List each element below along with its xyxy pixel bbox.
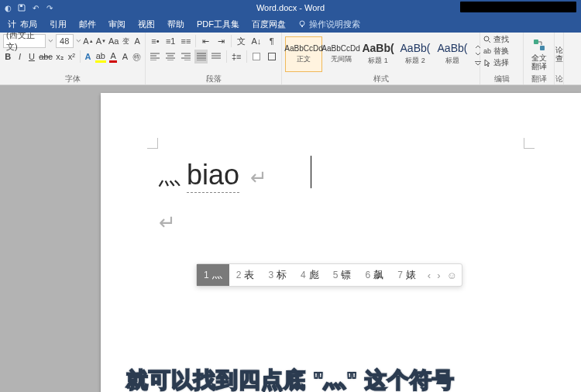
grow-font-icon[interactable]: A▲ bbox=[83, 34, 93, 48]
word-window: ◐ ↶ ↷ Word.docx - Word 计 布局 引用 邮件 审阅 视图 … bbox=[0, 0, 581, 392]
underline-button[interactable]: U bbox=[27, 50, 36, 64]
translate-button[interactable]: 全文 翻译 bbox=[527, 34, 552, 74]
tab-baidu[interactable]: 百度网盘 bbox=[246, 15, 292, 33]
ime-prev-icon[interactable]: ‹ bbox=[428, 270, 431, 281]
ime-candidate-7[interactable]: 7婊 bbox=[390, 264, 423, 286]
translate-group-label: 翻译 bbox=[527, 74, 551, 84]
styles-group-label: 样式 bbox=[285, 74, 476, 84]
svg-point-1 bbox=[300, 21, 304, 26]
find-button[interactable]: 查找 bbox=[483, 34, 520, 45]
tab-help[interactable]: 帮助 bbox=[161, 15, 191, 33]
align-center-icon[interactable] bbox=[164, 50, 177, 64]
font-group: (西文正文) 48 A▲ A▼ Aa 变 A B I U abc x₂ x² bbox=[0, 33, 146, 84]
char-border-icon[interactable]: A bbox=[132, 34, 142, 48]
ime-candidate-2[interactable]: 2表 bbox=[229, 264, 262, 286]
style-gallery: AaBbCcDd 正文 AaBbCcDd 无间隔 AaBb( 标题 1 AaBb… bbox=[285, 36, 471, 72]
window-title: Word.docx - Word bbox=[256, 3, 325, 12]
superscript-button[interactable]: x² bbox=[67, 50, 76, 64]
style-heading2[interactable]: AaBb( 标题 2 bbox=[397, 36, 434, 72]
undo-icon[interactable]: ↶ bbox=[31, 3, 40, 12]
align-right-icon[interactable] bbox=[180, 50, 193, 64]
decrease-indent-icon[interactable]: ⇤ bbox=[199, 34, 212, 48]
text-line-1: 灬 biao ↵ bbox=[159, 159, 523, 192]
show-marks-icon[interactable]: ¶ bbox=[265, 34, 278, 48]
char-shading-icon[interactable]: A bbox=[120, 50, 129, 64]
styles-group: AaBbCcDd 正文 AaBbCcDd 无间隔 AaBb( 标题 1 AaBb… bbox=[282, 33, 480, 84]
font-group-label: 字体 bbox=[3, 74, 142, 84]
redacted-area bbox=[460, 2, 576, 12]
highlight-icon[interactable]: ab bbox=[95, 50, 106, 64]
document-body[interactable]: 灬 biao ↵ ↵ bbox=[159, 159, 523, 235]
lightbulb-icon bbox=[298, 20, 306, 28]
tab-cut-left[interactable]: 计 bbox=[2, 15, 14, 33]
replace-button[interactable]: ab 替换 bbox=[483, 46, 520, 57]
tab-view[interactable]: 视图 bbox=[132, 15, 161, 33]
ime-emoji-icon[interactable]: ☺ bbox=[447, 270, 457, 281]
ribbon: (西文正文) 48 A▲ A▼ Aa 变 A B I U abc x₂ x² bbox=[0, 33, 581, 85]
borders-icon[interactable] bbox=[265, 50, 278, 64]
autosave-toggle[interactable]: ◐ bbox=[3, 3, 12, 12]
line-spacing-icon[interactable]: ‡≡ bbox=[230, 50, 243, 64]
right-cut-group: 论 查 论 bbox=[555, 33, 564, 84]
svg-point-4 bbox=[484, 36, 489, 41]
ime-candidate-6[interactable]: 6飙 bbox=[358, 264, 390, 286]
tab-review[interactable]: 审阅 bbox=[102, 15, 132, 33]
translate-icon bbox=[532, 38, 546, 52]
ime-candidate-4[interactable]: 4彪 bbox=[294, 264, 326, 286]
distributed-icon[interactable] bbox=[210, 50, 223, 64]
text-effects-icon[interactable]: A bbox=[83, 50, 92, 64]
separator bbox=[246, 50, 247, 63]
shading-icon[interactable] bbox=[249, 50, 263, 64]
ime-candidate-3[interactable]: 3标 bbox=[261, 264, 294, 286]
enclose-char-icon[interactable]: ㊕ bbox=[132, 50, 142, 64]
tell-me-search[interactable]: 操作说明搜索 bbox=[298, 19, 360, 30]
font-size-combo[interactable]: 48 bbox=[56, 34, 74, 48]
strike-button[interactable]: abc bbox=[39, 50, 53, 64]
style-normal[interactable]: AaBbCcDd 正文 bbox=[285, 36, 322, 72]
multilevel-icon[interactable]: ≡≡ bbox=[180, 34, 193, 48]
chevron-down-icon[interactable] bbox=[48, 38, 53, 44]
tab-references[interactable]: 引用 bbox=[43, 15, 73, 33]
style-title[interactable]: AaBb( 标题 bbox=[434, 36, 471, 72]
tab-mailings[interactable]: 邮件 bbox=[73, 15, 102, 33]
page: 灬 biao ↵ ↵ bbox=[101, 93, 581, 392]
select-button[interactable]: 选择 bbox=[483, 57, 520, 68]
svg-rect-0 bbox=[20, 5, 22, 7]
bullets-icon[interactable]: ≡• bbox=[149, 34, 162, 48]
asian-layout-icon[interactable]: 文 bbox=[235, 34, 248, 48]
increase-indent-icon[interactable]: ⇥ bbox=[215, 34, 228, 48]
style-nospacing[interactable]: AaBbCcDd 无间隔 bbox=[322, 36, 359, 72]
ime-next-icon[interactable]: › bbox=[437, 270, 440, 281]
ime-controls: ‹ › ☺ bbox=[423, 264, 462, 286]
save-icon[interactable] bbox=[17, 3, 26, 12]
svg-rect-5 bbox=[534, 40, 538, 44]
ime-composition: biao bbox=[187, 159, 239, 191]
bold-button[interactable]: B bbox=[3, 50, 12, 64]
style-heading1[interactable]: AaBb( 标题 1 bbox=[359, 36, 397, 72]
tab-pdf-tools[interactable]: PDF工具集 bbox=[191, 15, 246, 33]
font-name-combo[interactable]: (西文正文) bbox=[3, 34, 46, 48]
redo-icon[interactable]: ↷ bbox=[45, 3, 54, 12]
sort-icon[interactable]: A↓ bbox=[249, 34, 263, 48]
change-case-icon[interactable]: Aa bbox=[108, 34, 119, 48]
svg-rect-6 bbox=[540, 46, 545, 50]
ime-candidate-1[interactable]: 1灬 bbox=[197, 264, 229, 286]
separator bbox=[195, 35, 196, 47]
phonetic-guide-icon[interactable]: 变 bbox=[121, 34, 130, 48]
italic-button[interactable]: I bbox=[15, 50, 24, 64]
numbering-icon[interactable]: ≡1 bbox=[164, 34, 177, 48]
margin-corner-tl bbox=[147, 138, 158, 149]
align-left-icon[interactable] bbox=[149, 50, 162, 64]
ime-candidate-5[interactable]: 5镖 bbox=[326, 264, 359, 286]
separator bbox=[231, 35, 232, 47]
subscript-button[interactable]: x₂ bbox=[55, 50, 64, 64]
align-justify-icon[interactable] bbox=[194, 50, 208, 64]
shrink-font-icon[interactable]: A▼ bbox=[96, 34, 106, 48]
tab-layout[interactable]: 布局 bbox=[14, 15, 43, 33]
document-canvas[interactable]: 灬 biao ↵ ↵ 1灬 2表 3标 4彪 5镖 6飙 7婊 ‹ › bbox=[0, 85, 581, 392]
margin-corner-tr bbox=[524, 138, 535, 149]
translate-group: 全文 翻译 翻译 bbox=[524, 33, 555, 84]
title-bar: ◐ ↶ ↷ Word.docx - Word bbox=[0, 0, 581, 15]
chevron-down-icon[interactable] bbox=[76, 38, 81, 44]
font-color-icon[interactable]: A bbox=[108, 50, 118, 64]
